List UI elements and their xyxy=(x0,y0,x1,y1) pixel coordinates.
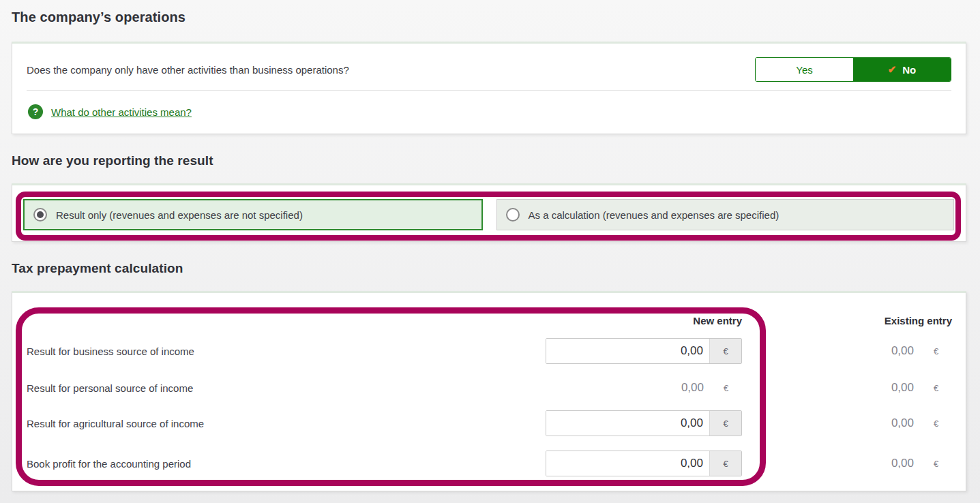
business-income-input-group: € xyxy=(546,338,742,364)
check-icon: ✔ xyxy=(888,63,897,76)
radio-unselected-icon xyxy=(506,208,520,222)
no-button[interactable]: ✔ No xyxy=(853,58,951,81)
business-income-existing: 0,00 € xyxy=(756,338,952,364)
existing-value: 0,00 xyxy=(756,457,920,470)
yes-button-label: Yes xyxy=(796,64,812,76)
euro-symbol: € xyxy=(920,346,952,356)
book-profit-existing: 0,00 € xyxy=(756,451,952,476)
row-label-book-profit: Book profit for the accounting period xyxy=(27,458,532,470)
euro-symbol: € xyxy=(710,383,742,393)
reporting-options: Result only (revenues and expenses are n… xyxy=(23,199,954,230)
other-activities-question-row: Does the company only have other activit… xyxy=(12,44,966,82)
table-header-row: New entry Existing entry xyxy=(27,315,952,326)
existing-value: 0,00 xyxy=(756,381,920,395)
section-heading-operations: The company’s operations xyxy=(12,0,966,25)
other-activities-toggle: Yes ✔ No xyxy=(755,57,951,82)
reporting-card: Result only (revenues and expenses are n… xyxy=(12,183,966,242)
agricultural-income-input[interactable] xyxy=(546,411,709,436)
section-heading-reporting: How are you reporting the result xyxy=(12,153,966,168)
row-label-personal-income: Result for personal source of income xyxy=(27,382,532,394)
euro-symbol: € xyxy=(709,411,741,436)
other-activities-question: Does the company only have other activit… xyxy=(27,64,349,76)
question-mark-icon: ? xyxy=(28,104,43,119)
euro-symbol: € xyxy=(920,418,952,429)
table-row: Book profit for the accounting period € … xyxy=(27,451,952,476)
column-header-new-entry: New entry xyxy=(546,315,742,326)
operations-card: Does the company only have other activit… xyxy=(12,42,966,134)
business-income-input[interactable] xyxy=(546,339,709,363)
personal-income-existing: 0,00 € xyxy=(756,375,952,401)
existing-value: 0,00 xyxy=(756,416,920,430)
euro-symbol: € xyxy=(920,383,952,393)
radio-option-result-only[interactable]: Result only (revenues and expenses are n… xyxy=(23,199,483,230)
agricultural-income-input-group: € xyxy=(546,410,742,436)
yes-button[interactable]: Yes xyxy=(756,58,853,81)
row-label-business-income: Result for business source of income xyxy=(27,346,532,357)
euro-symbol: € xyxy=(920,459,952,469)
euro-symbol: € xyxy=(709,451,741,476)
existing-value: 0,00 xyxy=(756,344,920,358)
prepayment-table: New entry Existing entry Result for busi… xyxy=(12,315,966,476)
radio-selected-icon xyxy=(33,208,47,222)
table-row: Result for business source of income € 0… xyxy=(27,338,952,364)
radio-option-as-calculation-label: As a calculation (revenues and expenses … xyxy=(529,209,779,221)
book-profit-input[interactable] xyxy=(546,451,709,476)
personal-income-readonly: 0,00 € xyxy=(546,375,742,401)
section-heading-prepayment: Tax prepayment calculation xyxy=(12,261,966,276)
row-label-agricultural-income: Result for agricultural source of income xyxy=(27,418,532,429)
radio-option-as-calculation[interactable]: As a calculation (revenues and expenses … xyxy=(496,199,955,230)
book-profit-input-group: € xyxy=(546,451,742,476)
agricultural-income-existing: 0,00 € xyxy=(756,410,952,436)
table-row: Result for agricultural source of income… xyxy=(27,410,952,436)
no-button-label: No xyxy=(902,64,916,76)
readonly-value: 0,00 xyxy=(546,381,710,395)
prepayment-card: New entry Existing entry Result for busi… xyxy=(12,291,966,491)
table-row: Result for personal source of income 0,0… xyxy=(27,375,952,401)
other-activities-help-link[interactable]: What do other activities mean? xyxy=(51,106,192,118)
euro-symbol: € xyxy=(709,339,741,363)
radio-option-result-only-label: Result only (revenues and expenses are n… xyxy=(56,209,303,221)
tax-form-page: The company’s operations Does the compan… xyxy=(0,0,980,503)
help-row: ? What do other activities mean? xyxy=(12,91,966,119)
column-header-existing-entry: Existing entry xyxy=(756,315,952,326)
